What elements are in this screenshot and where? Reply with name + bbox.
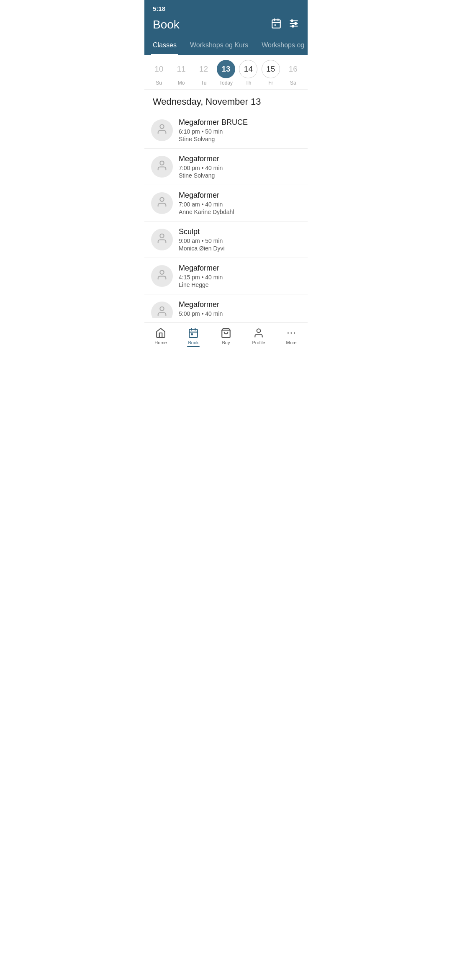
class-instructor-3: Monica Øien Dyvi [179, 245, 301, 252]
svg-rect-22 [192, 334, 193, 335]
svg-point-24 [257, 329, 261, 333]
svg-point-15 [160, 270, 164, 274]
book-label: Book [188, 340, 198, 345]
day-label-th: Th [245, 80, 251, 86]
class-time-4: 4:15 pm • 40 min [179, 274, 301, 281]
nav-home[interactable]: Home [144, 326, 177, 347]
svg-point-10 [292, 25, 294, 27]
day-number-10: 10 [150, 60, 168, 78]
svg-point-27 [294, 332, 295, 333]
profile-icon [253, 328, 264, 338]
page-title: Book [153, 18, 180, 31]
class-name-5: Megaformer [179, 300, 301, 309]
avatar-3 [151, 229, 173, 250]
class-instructor-4: Line Hegge [179, 281, 301, 288]
more-icon [286, 328, 297, 338]
profile-label: Profile [252, 340, 265, 345]
svg-point-11 [160, 124, 164, 128]
class-instructor-2: Anne Karine Dybdahl [179, 209, 301, 215]
tab-workshops[interactable]: Workshops og [260, 37, 306, 55]
svg-point-14 [160, 234, 164, 237]
class-item-3[interactable]: Sculpt 9:00 am • 50 min Monica Øien Dyvi [144, 222, 308, 258]
calendar-day-16[interactable]: 16 Sa [283, 60, 303, 86]
calendar-day-13[interactable]: 13 Today [216, 60, 236, 86]
day-number-11: 11 [172, 60, 190, 78]
nav-profile[interactable]: Profile [242, 326, 275, 347]
status-time: 5:18 [153, 5, 165, 12]
class-time-1: 7:00 pm • 40 min [179, 165, 301, 171]
filter-icon[interactable] [288, 18, 299, 31]
user-icon-1 [156, 160, 168, 174]
class-item-4[interactable]: Megaformer 4:15 pm • 40 min Line Hegge [144, 258, 308, 294]
nav-more[interactable]: More [275, 326, 308, 347]
home-label: Home [154, 340, 167, 345]
svg-point-25 [288, 332, 289, 333]
class-item-1[interactable]: Megaformer 7:00 pm • 40 min Stine Solvan… [144, 149, 308, 185]
user-icon-0 [156, 123, 168, 138]
calendar-day-10[interactable]: 10 Su [149, 60, 169, 86]
day-number-16: 16 [284, 60, 302, 78]
class-list: Megaformer BRUCE 6:10 pm • 50 min Stine … [144, 112, 308, 318]
day-number-13: 13 [217, 60, 235, 78]
user-icon-2 [156, 196, 168, 211]
svg-rect-18 [189, 329, 198, 338]
nav-buy[interactable]: Buy [210, 326, 242, 347]
svg-point-8 [291, 20, 293, 21]
class-item-0[interactable]: Megaformer BRUCE 6:10 pm • 50 min Stine … [144, 112, 308, 149]
avatar-0 [151, 119, 173, 141]
calendar-day-11[interactable]: 11 Mo [171, 60, 191, 86]
class-time-5: 5:00 pm • 40 min [179, 310, 301, 317]
nav-active-indicator [187, 346, 200, 347]
bottom-nav: Home Book Buy [144, 322, 308, 353]
user-icon-4 [156, 269, 168, 284]
class-name-2: Megaformer [179, 191, 301, 200]
class-info-3: Sculpt 9:00 am • 50 min Monica Øien Dyvi [179, 227, 301, 252]
calendar-day-12[interactable]: 12 Tu [194, 60, 214, 86]
buy-icon [221, 328, 231, 338]
nav-book[interactable]: Book [177, 326, 210, 347]
calendar-day-15[interactable]: 15 Fr [261, 60, 281, 86]
avatar-1 [151, 156, 173, 178]
status-bar: 5:18 [144, 0, 308, 15]
class-name-3: Sculpt [179, 227, 301, 236]
day-number-12: 12 [195, 60, 213, 78]
calendar-icon[interactable] [271, 18, 282, 31]
calendar-strip: 10 Su 11 Mo 12 Tu 13 Today 14 Th 15 Fr 1… [144, 55, 308, 90]
day-label-sa: Sa [290, 80, 296, 86]
avatar-5 [151, 302, 173, 318]
svg-rect-0 [272, 20, 280, 28]
tab-classes[interactable]: Classes [151, 37, 178, 55]
class-item-5[interactable]: Megaformer 5:00 pm • 40 min Line Hegge [144, 294, 308, 318]
class-instructor-1: Stine Solvang [179, 172, 301, 179]
class-instructor-5: Line Hegge [179, 318, 301, 318]
class-info-2: Megaformer 7:00 am • 40 min Anne Karine … [179, 191, 301, 215]
header-actions [271, 18, 299, 31]
user-icon-3 [156, 232, 168, 247]
svg-point-26 [290, 332, 292, 333]
avatar-4 [151, 265, 173, 287]
day-label-fr: Fr [268, 80, 273, 86]
day-number-14: 14 [239, 60, 257, 78]
day-label-mo: Mo [178, 80, 185, 86]
class-item-2[interactable]: Megaformer 7:00 am • 40 min Anne Karine … [144, 185, 308, 222]
class-info-4: Megaformer 4:15 pm • 40 min Line Hegge [179, 264, 301, 288]
day-label-today: Today [219, 80, 233, 86]
svg-point-16 [160, 307, 164, 310]
header: Book [144, 15, 308, 37]
day-label-su: Su [156, 80, 162, 86]
class-info-5: Megaformer 5:00 pm • 40 min Line Hegge [179, 300, 301, 318]
class-name-4: Megaformer [179, 264, 301, 273]
class-time-3: 9:00 am • 50 min [179, 237, 301, 244]
more-label: More [286, 340, 296, 345]
user-icon-5 [156, 305, 168, 319]
svg-point-12 [160, 161, 164, 165]
buy-label: Buy [222, 340, 230, 345]
avatar-2 [151, 192, 173, 214]
class-info-1: Megaformer 7:00 pm • 40 min Stine Solvan… [179, 155, 301, 179]
svg-point-13 [160, 197, 164, 201]
day-number-15: 15 [262, 60, 280, 78]
tab-workshops-kurs[interactable]: Workshops og Kurs [188, 37, 250, 55]
day-label-tu: Tu [201, 80, 207, 86]
book-icon [188, 328, 199, 338]
calendar-day-14[interactable]: 14 Th [238, 60, 258, 86]
